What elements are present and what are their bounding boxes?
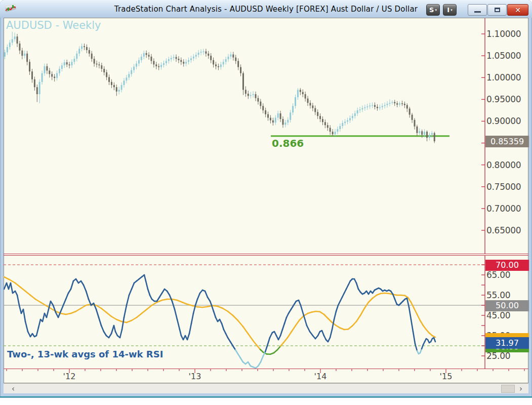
rsi-line: [124, 305, 127, 317]
rsi-line: [66, 313, 71, 314]
rsi-line: [66, 293, 68, 299]
candle-body: [103, 69, 105, 72]
rsi-line: [4, 277, 10, 280]
candle-body: [332, 132, 334, 134]
rsi-line: [132, 283, 134, 289]
rsi-line: [278, 336, 280, 340]
candle-body: [240, 67, 241, 73]
rsi-line: [214, 311, 216, 317]
rsi-line: [23, 309, 25, 321]
rsi-line: [261, 356, 263, 362]
rsi-line: [408, 298, 411, 302]
candle-body: [44, 66, 45, 73]
candle-body: [155, 64, 157, 66]
maximize-button[interactable]: [487, 4, 507, 16]
rsi-line: [189, 323, 191, 334]
rsi-line: [320, 312, 324, 314]
candle-body: [185, 62, 187, 63]
candle-body: [309, 103, 311, 105]
price-tick-label: 1.05000: [486, 51, 527, 61]
rsi-line: [228, 311, 233, 315]
rsi-line: [356, 283, 358, 289]
horizontal-scrollbar[interactable]: ‹ ›: [4, 383, 528, 393]
rsi-line: [280, 330, 282, 336]
rsi-line: [109, 334, 111, 338]
candle-body: [163, 63, 165, 65]
candle-body: [354, 113, 356, 116]
rsi-line: [423, 326, 426, 330]
rsi-line: [114, 326, 115, 332]
rsi-line: [411, 319, 413, 332]
candle-body: [253, 94, 254, 95]
rsi-line: [292, 326, 296, 332]
rsi-line: [86, 291, 89, 299]
scroll-left-arrow-icon[interactable]: ‹: [8, 384, 19, 394]
candle-body: [89, 50, 90, 54]
title-bar[interactable]: TradeStation Chart Analysis - AUDUSD Wee…: [0, 0, 532, 18]
candle-body: [267, 114, 269, 118]
rsi-line: [115, 332, 117, 336]
candle-body: [396, 103, 398, 105]
minimize-button[interactable]: [468, 4, 487, 16]
scrollbar-thumb[interactable]: [501, 385, 515, 393]
candle-body: [282, 119, 283, 125]
tradestation-window: TradeStation Chart Analysis - AUDUSD Wee…: [0, 0, 532, 398]
rsi-line: [68, 289, 71, 293]
rsi-line: [170, 295, 172, 301]
status-line-button[interactable]: S ▾: [426, 4, 440, 16]
scroll-right-arrow-icon[interactable]: ›: [515, 384, 526, 394]
candle-body: [327, 125, 329, 128]
candle-body: [66, 62, 68, 64]
rsi-line: [336, 326, 340, 328]
rsi-line: [76, 279, 78, 283]
candle-body: [49, 70, 50, 74]
rsi-line: [96, 305, 101, 308]
candle-body: [260, 102, 261, 106]
rsi-line: [300, 316, 304, 320]
rsi-line: [238, 354, 240, 358]
candle-body: [143, 53, 145, 57]
candle-body: [379, 107, 381, 108]
rsi-line: [35, 299, 40, 302]
rsi-line: [187, 334, 189, 340]
rsi-line: [318, 332, 320, 336]
rsi-line: [218, 306, 223, 308]
candle-body: [359, 109, 361, 110]
candle-body: [416, 127, 418, 133]
candle-body: [138, 60, 140, 64]
rsi-line: [291, 305, 294, 309]
candle-body: [312, 105, 313, 108]
candle-body: [406, 105, 408, 109]
rsi-line: [71, 281, 73, 289]
rsi-line: [420, 320, 423, 326]
candle-body: [334, 132, 336, 134]
rsi-line: [101, 326, 104, 332]
candle-body: [78, 49, 80, 53]
candle-body: [213, 60, 214, 65]
candle-body: [158, 66, 159, 67]
panel-separator: [4, 255, 528, 256]
close-button[interactable]: ✕: [507, 4, 528, 16]
candle-body: [193, 57, 194, 58]
candle-body: [307, 99, 309, 103]
rsi-line: [111, 326, 114, 334]
candle-body: [19, 44, 20, 51]
page: TradeStation Chart Analysis - AUDUSD Wee…: [0, 0, 532, 405]
rsi-line: [283, 338, 288, 343]
candle-body: [235, 58, 236, 61]
rsi-line: [116, 319, 121, 321]
rsi-line: [40, 302, 46, 305]
candle-body: [64, 62, 65, 65]
rsi-line: [127, 320, 132, 322]
candle-body: [287, 120, 289, 123]
candle-body: [202, 51, 204, 52]
rsi-line: [289, 309, 291, 313]
rsi-line: [354, 279, 356, 283]
rsi-line: [180, 330, 181, 336]
chart-plot[interactable]: [4, 18, 528, 383]
candle-body: [324, 122, 326, 125]
candle-body: [36, 87, 38, 94]
rsi-line: [61, 313, 66, 314]
indicator-button[interactable]: I ▾: [443, 4, 457, 16]
candle-body: [297, 90, 299, 97]
